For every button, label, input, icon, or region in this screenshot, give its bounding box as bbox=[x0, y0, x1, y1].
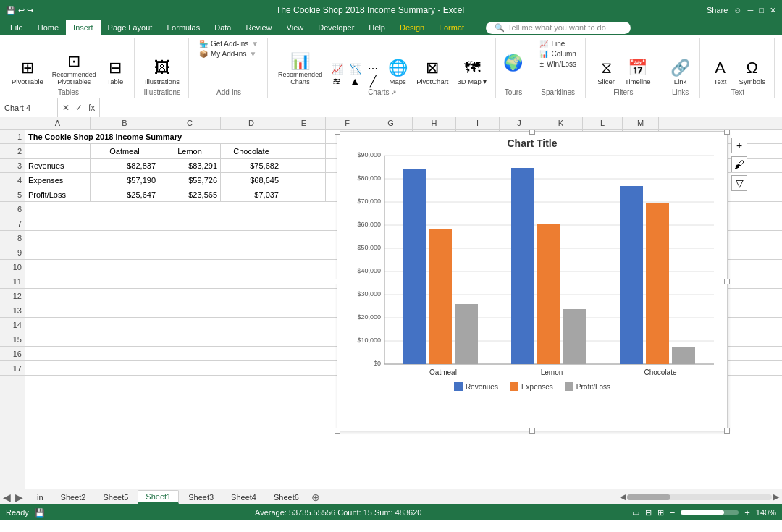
my-addins-button[interactable]: 📦 My Add-ins ▼ bbox=[196, 49, 261, 59]
tab-view[interactable]: View bbox=[279, 20, 311, 35]
hscroll-right-button[interactable]: ▶ bbox=[773, 492, 779, 502]
cell-e5[interactable] bbox=[282, 187, 326, 201]
chart-handle-mr[interactable] bbox=[724, 279, 730, 284]
chart-elements-button[interactable]: + bbox=[731, 138, 747, 153]
cell-a1[interactable]: The Cookie Shop 2018 Income Summary bbox=[25, 130, 282, 143]
timeline-button[interactable]: 📅 Timeline bbox=[622, 59, 654, 87]
sheet-tab-sheet4[interactable]: Sheet4 bbox=[223, 491, 264, 503]
tab-data[interactable]: Data bbox=[207, 20, 238, 35]
col-header-k[interactable]: K bbox=[539, 117, 583, 129]
scatter-chart-button[interactable]: ⋯ bbox=[364, 63, 382, 75]
col-header-c[interactable]: C bbox=[159, 117, 221, 129]
maps-button[interactable]: 🌐 Maps bbox=[384, 59, 411, 87]
row-header-12[interactable]: 12 bbox=[0, 289, 25, 303]
row-header-9[interactable]: 9 bbox=[0, 245, 25, 260]
tab-design[interactable]: Design bbox=[392, 20, 432, 35]
column-sparkline-button[interactable]: 📊 Column bbox=[537, 49, 579, 59]
get-addins-button[interactable]: 🏪 Get Add-ins ▼ bbox=[196, 39, 261, 48]
zoom-in-button[interactable]: + bbox=[744, 507, 750, 518]
cell-d3[interactable]: $75,682 bbox=[221, 159, 282, 172]
zoom-out-button[interactable]: − bbox=[670, 507, 676, 518]
tab-file[interactable]: File bbox=[3, 20, 30, 35]
tab-page-layout[interactable]: Page Layout bbox=[101, 20, 160, 35]
col-header-d[interactable]: D bbox=[221, 117, 282, 129]
bar-lemon-expenses[interactable] bbox=[537, 224, 560, 364]
bar-chart-button[interactable]: 📈 bbox=[328, 63, 345, 75]
restore-button[interactable]: □ bbox=[759, 6, 764, 15]
row-header-2[interactable]: 2 bbox=[0, 144, 25, 159]
cell-b4[interactable]: $57,190 bbox=[91, 173, 159, 187]
tab-home[interactable]: Home bbox=[30, 20, 66, 35]
col-header-g[interactable]: G bbox=[369, 117, 413, 129]
chart-handle-tr[interactable] bbox=[724, 130, 730, 135]
sheet-tab-sheet6[interactable]: Sheet6 bbox=[266, 491, 307, 503]
cell-a3[interactable]: Revenues bbox=[25, 159, 91, 172]
col-header-h[interactable]: H bbox=[413, 117, 456, 129]
3dmap-button[interactable]: 🗺 3D Map ▾ bbox=[455, 59, 490, 87]
bar-lemon-revenues[interactable] bbox=[511, 168, 534, 364]
chart-filters-button[interactable]: ▽ bbox=[731, 175, 747, 191]
line-sparkline-button[interactable]: 📈 Line bbox=[537, 39, 579, 48]
link-button[interactable]: 🔗 Link bbox=[668, 59, 694, 87]
row-header-5[interactable]: 5 bbox=[0, 187, 25, 202]
col-header-e[interactable]: E bbox=[282, 117, 326, 129]
row-header-17[interactable]: 17 bbox=[0, 361, 25, 376]
row-header-3[interactable]: 3 bbox=[0, 159, 25, 173]
row-header-15[interactable]: 15 bbox=[0, 332, 25, 347]
close-button[interactable]: ✕ bbox=[770, 6, 776, 15]
view-pagebreak-button[interactable]: ⊞ bbox=[657, 508, 664, 518]
more-charts-button[interactable]: ≋ bbox=[328, 75, 345, 87]
bar-lemon-profit[interactable] bbox=[563, 309, 586, 364]
sheet-tab-sheet1[interactable]: Sheet1 bbox=[138, 490, 179, 504]
chart-handle-tl[interactable] bbox=[335, 130, 340, 135]
chart-handle-ml[interactable] bbox=[335, 279, 340, 284]
sheet-tab-sheet3[interactable]: Sheet3 bbox=[180, 491, 222, 503]
row-header-13[interactable]: 13 bbox=[0, 303, 25, 318]
sheet-tab-sheet5[interactable]: Sheet5 bbox=[95, 491, 136, 503]
winloss-sparkline-button[interactable]: ± Win/Loss bbox=[537, 59, 579, 69]
zoom-slider[interactable] bbox=[681, 510, 739, 515]
add-sheet-button[interactable]: ⊕ bbox=[308, 491, 323, 503]
col-header-j[interactable]: J bbox=[500, 117, 539, 129]
chart-handle-br[interactable] bbox=[724, 428, 730, 434]
cell-c3[interactable]: $83,291 bbox=[159, 159, 221, 172]
slicer-button[interactable]: ⧖ Slicer bbox=[593, 59, 619, 87]
cell-c2[interactable]: Lemon bbox=[159, 144, 221, 158]
recommended-charts-button[interactable]: 📊 RecommendedCharts bbox=[275, 52, 325, 87]
cell-c4[interactable]: $59,726 bbox=[159, 173, 221, 187]
scroll-tabs-left[interactable]: ◀ bbox=[3, 491, 11, 503]
cell-a4[interactable]: Expenses bbox=[25, 173, 91, 187]
col-header-b[interactable]: B bbox=[91, 117, 159, 129]
tab-insert[interactable]: Insert bbox=[66, 20, 101, 35]
bar-oatmeal-expenses[interactable] bbox=[429, 229, 452, 364]
tab-help[interactable]: Help bbox=[361, 20, 392, 35]
chart-handle-tm[interactable] bbox=[529, 130, 535, 135]
column-chart-button[interactable]: 📉 bbox=[346, 63, 363, 75]
hscroll-left-button[interactable]: ◀ bbox=[620, 492, 626, 502]
col-header-i[interactable]: I bbox=[456, 117, 500, 129]
illustrations-button[interactable]: 🖼 Illustrations bbox=[142, 59, 182, 87]
table-button[interactable]: ⊟ Table bbox=[102, 59, 128, 87]
cell-e3[interactable] bbox=[282, 159, 326, 172]
bar-chocolate-expenses[interactable] bbox=[646, 203, 669, 364]
pivottable-button[interactable]: ⊞ PivotTable bbox=[9, 59, 46, 87]
cell-b2[interactable]: Oatmeal bbox=[91, 144, 159, 158]
cell-e4[interactable] bbox=[282, 173, 326, 187]
confirm-formula-icon[interactable]: ✓ bbox=[74, 101, 84, 114]
sheet-tab-in[interactable]: in bbox=[29, 491, 51, 503]
hscroll-thumb[interactable] bbox=[627, 494, 670, 500]
tab-formulas[interactable]: Formulas bbox=[159, 20, 207, 35]
view-normal-button[interactable]: ▭ bbox=[632, 508, 639, 518]
row-header-7[interactable]: 7 bbox=[0, 216, 25, 231]
row-header-6[interactable]: 6 bbox=[0, 202, 25, 216]
sheet-tab-sheet2[interactable]: Sheet2 bbox=[53, 491, 94, 503]
chart-handle-bl[interactable] bbox=[335, 428, 340, 434]
cell-e2[interactable] bbox=[282, 144, 326, 158]
bar-oatmeal-profit[interactable] bbox=[455, 304, 478, 364]
cell-d4[interactable]: $68,645 bbox=[221, 173, 282, 187]
cell-c5[interactable]: $23,565 bbox=[159, 187, 221, 201]
line-chart-button[interactable]: ╱ bbox=[364, 75, 382, 87]
col-header-l[interactable]: L bbox=[583, 117, 623, 129]
formula-input[interactable] bbox=[100, 98, 782, 117]
cell-a2[interactable] bbox=[25, 144, 91, 158]
